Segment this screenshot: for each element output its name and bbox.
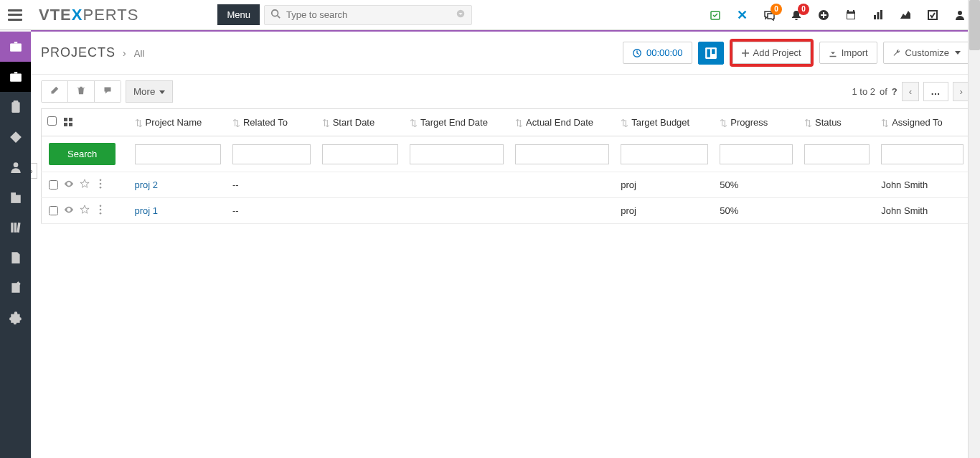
table-wrapper: › ⇅Project Name ⇅Related To ⇅Start Date	[31, 108, 980, 234]
sort-icon: ⇅	[515, 118, 523, 128]
sidebar-item-projects[interactable]	[0, 62, 31, 92]
logo-x: X	[72, 6, 83, 24]
svg-rect-24	[707, 49, 710, 57]
col-target-budget[interactable]: ⇅Target Budget	[615, 109, 714, 136]
filter-target-budget[interactable]	[621, 144, 708, 164]
chat-icon[interactable]: 0	[763, 9, 775, 21]
global-search[interactable]	[264, 5, 472, 25]
star-icon[interactable]	[80, 205, 90, 217]
project-link[interactable]: proj 1	[135, 205, 159, 216]
filter-actual-end[interactable]	[515, 144, 609, 164]
edit-button[interactable]	[42, 81, 68, 102]
search-button[interactable]: Search	[49, 143, 116, 165]
col-actual-end[interactable]: ⇅Actual End Date	[509, 109, 615, 136]
svg-point-31	[100, 183, 102, 185]
pager-prev-button[interactable]: ‹	[902, 82, 919, 101]
clock-icon	[632, 48, 642, 58]
vtexperts-icon[interactable]: ✕	[737, 7, 748, 23]
cell-assigned: John Smith	[875, 198, 969, 224]
svg-point-35	[100, 212, 102, 215]
table-row[interactable]: proj 2 -- proj 50% John Smith	[42, 172, 970, 198]
user-icon[interactable]	[954, 9, 966, 21]
filter-related-to[interactable]	[232, 144, 311, 164]
bell-badge: 0	[798, 4, 809, 15]
add-project-label: Add Project	[753, 47, 801, 58]
calendar-check-icon[interactable]	[710, 9, 721, 21]
bar-chart-icon[interactable]	[872, 9, 884, 21]
project-link[interactable]: proj 2	[135, 179, 159, 190]
timer-button[interactable]: 00:00:00	[623, 42, 692, 64]
col-related-to[interactable]: ⇅Related To	[227, 109, 316, 136]
pager-jump-button[interactable]: …	[923, 82, 948, 101]
star-icon[interactable]	[80, 179, 90, 191]
filter-assigned-to[interactable]	[881, 144, 963, 164]
checkbox-icon[interactable]	[927, 9, 938, 21]
svg-rect-21	[17, 223, 20, 233]
sidebar-item-briefcase-purple[interactable]	[0, 32, 31, 62]
row-checkbox[interactable]	[49, 206, 58, 215]
import-button[interactable]: Import	[819, 42, 877, 64]
sidebar-item-books[interactable]	[0, 212, 31, 243]
col-start-date[interactable]: ⇅Start Date	[316, 109, 404, 136]
plus-circle-icon[interactable]	[818, 9, 829, 21]
search-filter-caret-icon[interactable]	[456, 9, 466, 21]
sidebar-item-puzzle[interactable]	[0, 303, 31, 333]
grid-view-icon[interactable]	[64, 118, 72, 128]
sort-icon: ⇅	[720, 118, 727, 128]
kebab-icon[interactable]	[95, 179, 105, 191]
kanban-view-button[interactable]	[698, 42, 724, 65]
scrollbar-thumb[interactable]	[969, 0, 980, 50]
filter-row: Search	[42, 136, 970, 172]
filter-project-name[interactable]	[135, 144, 221, 164]
sidebar-item-diamond[interactable]	[0, 122, 31, 152]
scrollbar[interactable]	[968, 0, 980, 458]
filter-start-date[interactable]	[322, 144, 398, 164]
col-progress[interactable]: ⇅Progress	[714, 109, 798, 136]
breadcrumb-sub[interactable]: All	[134, 48, 144, 59]
caret-down-icon	[955, 51, 961, 55]
svg-rect-19	[11, 223, 13, 233]
svg-rect-9	[880, 10, 882, 19]
svg-point-16	[13, 162, 18, 167]
col-status[interactable]: ⇅Status	[798, 109, 875, 136]
filter-progress[interactable]	[720, 144, 793, 164]
add-project-highlight: Add Project	[730, 39, 814, 67]
svg-point-32	[100, 187, 102, 189]
kebab-icon[interactable]	[95, 205, 105, 217]
eye-icon[interactable]	[64, 205, 74, 217]
more-button[interactable]: More	[126, 80, 173, 103]
sidebar-item-building[interactable]	[0, 182, 31, 212]
delete-button[interactable]	[68, 81, 95, 102]
pencil-icon	[50, 86, 59, 95]
comment-button[interactable]	[95, 81, 121, 102]
col-project-name[interactable]: ⇅Project Name	[129, 109, 227, 136]
cell-targetend	[404, 172, 509, 198]
sidebar-item-document[interactable]	[0, 243, 31, 273]
filter-status[interactable]	[804, 144, 870, 164]
customize-label: Customize	[905, 47, 949, 58]
row-checkbox[interactable]	[49, 180, 58, 190]
add-project-button[interactable]: Add Project	[732, 42, 811, 64]
sidebar-item-edit[interactable]	[0, 273, 31, 303]
bell-icon[interactable]: 0	[791, 9, 802, 21]
sidebar-item-clipboard[interactable]	[0, 92, 31, 122]
col-target-end[interactable]: ⇅Target End Date	[404, 109, 509, 136]
hamburger-menu[interactable]	[0, 0, 30, 30]
sort-icon: ⇅	[232, 118, 240, 128]
calendar-icon[interactable]	[845, 9, 857, 21]
table-row[interactable]: proj 1 -- proj 50% John Smith	[42, 198, 970, 224]
svg-point-11	[958, 11, 962, 15]
menu-button[interactable]: Menu	[217, 4, 260, 25]
pager-total[interactable]: ?	[892, 86, 897, 97]
expand-handle[interactable]: ›	[31, 163, 37, 179]
customize-button[interactable]: Customize	[883, 42, 970, 64]
sort-icon: ⇅	[135, 118, 143, 128]
eye-icon[interactable]	[64, 179, 74, 191]
search-input[interactable]	[286, 6, 450, 24]
col-assigned-to[interactable]: ⇅Assigned To	[875, 109, 969, 136]
filter-target-end[interactable]	[410, 144, 504, 164]
sidebar-item-person[interactable]	[0, 152, 31, 182]
col-select	[42, 109, 129, 136]
select-all-checkbox[interactable]	[47, 116, 57, 126]
area-chart-icon[interactable]	[900, 9, 911, 21]
